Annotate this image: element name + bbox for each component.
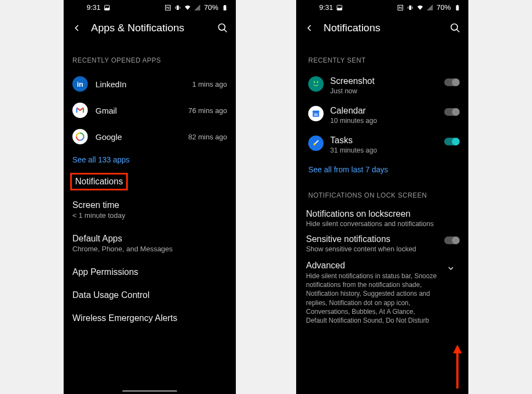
highlight-annotation: Notifications — [70, 173, 128, 190]
svg-rect-14 — [457, 5, 458, 5]
content-area: RECENTLY OPENED APPS in LinkedIn 1 mins … — [64, 41, 236, 388]
gmail-icon — [72, 103, 88, 118]
recent-notif-row[interactable]: 31 Calendar 10 minutes ago — [306, 100, 461, 130]
linkedin-icon: in — [72, 76, 88, 92]
wifi-icon — [417, 4, 423, 11]
see-all-7days-link[interactable]: See all from last 7 days — [306, 160, 461, 179]
notif-lockscreen-item[interactable]: Notifications on lockscreen Hide silent … — [306, 206, 461, 231]
recent-app-row[interactable]: Gmail 76 mins ago — [70, 97, 229, 123]
arrow-annotation — [452, 345, 463, 389]
battery-icon — [454, 4, 461, 11]
nfc-icon — [165, 4, 171, 11]
status-time: 9:31 — [319, 3, 333, 12]
back-button[interactable] — [303, 21, 316, 35]
signal-icon — [194, 4, 201, 11]
app-time: 1 mins ago — [192, 80, 227, 88]
toggle-calendar[interactable] — [444, 108, 460, 116]
app-name: LinkedIn — [95, 80, 184, 89]
search-button[interactable] — [449, 21, 462, 35]
svg-rect-2 — [177, 5, 179, 10]
app-name: Gmail — [95, 106, 180, 115]
svg-point-15 — [451, 24, 458, 31]
svg-rect-12 — [409, 5, 411, 10]
notif-name: Screenshot — [330, 76, 438, 86]
vibrate-icon — [407, 4, 414, 11]
svg-marker-26 — [453, 345, 462, 353]
notif-time: 10 minutes ago — [330, 117, 438, 125]
notif-time: Just now — [330, 87, 438, 95]
chevron-down-icon[interactable] — [444, 262, 457, 275]
image-icon — [104, 4, 110, 11]
section-recently-sent: RECENTLY SENT — [308, 57, 459, 64]
menu-notifications[interactable]: Notifications — [70, 170, 229, 194]
google-icon — [72, 129, 88, 144]
status-bar: 9:31 70% — [296, 0, 468, 14]
section-lockscreen: NOTIFICATIONS ON LOCK SCREEN — [308, 192, 459, 199]
see-all-apps-link[interactable]: See all 133 apps — [70, 150, 229, 170]
toggle-sensitive[interactable] — [444, 237, 460, 244]
svg-rect-19 — [318, 81, 318, 82]
notif-name: Tasks — [330, 136, 438, 145]
advanced-item[interactable]: Advanced Hide silent notifications in st… — [306, 256, 461, 325]
page-title: Apps & Notifications — [91, 22, 208, 34]
nav-handle[interactable] — [122, 390, 177, 392]
toggle-tasks[interactable] — [444, 138, 460, 145]
section-recent-apps: RECENTLY OPENED APPS — [72, 57, 227, 64]
toggle-screenshot[interactable] — [444, 78, 460, 86]
status-bar: 9:31 70% — [64, 0, 236, 14]
status-time: 9:31 — [87, 3, 100, 12]
header: Notifications — [296, 14, 468, 41]
recent-notif-row[interactable]: Screenshot Just now — [306, 71, 461, 100]
back-button[interactable] — [70, 21, 83, 35]
svg-rect-3 — [224, 5, 227, 10]
sensitive-notif-item[interactable]: Sensitive notifications Show sensitive c… — [306, 231, 461, 256]
recent-notif-row[interactable]: Tasks 31 minutes ago — [306, 130, 461, 160]
tasks-icon — [308, 136, 324, 151]
svg-rect-13 — [456, 5, 459, 10]
screenshot-icon — [308, 76, 324, 92]
notif-name: Calendar — [330, 106, 438, 116]
recent-app-row[interactable]: in LinkedIn 1 mins ago — [70, 71, 229, 97]
header: Apps & Notifications — [64, 14, 236, 41]
menu-default-apps[interactable]: Default Apps Chrome, Phone, and Messages — [70, 227, 229, 261]
app-name: Google — [95, 132, 180, 142]
menu-screen-time[interactable]: Screen time < 1 minute today — [70, 194, 229, 227]
svg-point-5 — [219, 24, 225, 31]
nfc-icon — [397, 4, 404, 11]
notif-time: 31 minutes ago — [330, 147, 438, 154]
page-title: Notifications — [324, 22, 441, 34]
vibrate-icon — [174, 4, 181, 11]
content-area: RECENTLY SENT Screenshot Just now 31 Cal… — [296, 41, 468, 394]
menu-wireless-alerts[interactable]: Wireless Emergency Alerts — [70, 307, 229, 330]
battery-icon — [222, 4, 228, 11]
svg-rect-4 — [224, 5, 225, 5]
svg-text:31: 31 — [314, 113, 318, 116]
signal-icon — [427, 4, 433, 11]
app-time: 82 mins ago — [188, 133, 227, 141]
menu-app-permissions[interactable]: App Permissions — [70, 261, 229, 284]
phone-left: 9:31 70% Apps & Notifications RECENTLY O… — [64, 0, 236, 394]
recent-app-row[interactable]: Google 82 mins ago — [70, 123, 229, 150]
image-icon — [336, 4, 343, 11]
battery-text: 70% — [204, 3, 218, 12]
app-time: 76 mins ago — [188, 106, 227, 115]
battery-text: 70% — [437, 3, 451, 12]
calendar-icon: 31 — [308, 106, 324, 121]
phone-right: 9:31 70% Notifications RECENTLY SENT — [296, 0, 468, 394]
menu-data-usage[interactable]: Data Usage Control — [70, 284, 229, 307]
search-button[interactable] — [216, 21, 229, 35]
svg-rect-18 — [314, 81, 314, 82]
svg-rect-21 — [313, 111, 319, 112]
wifi-icon — [184, 4, 191, 11]
